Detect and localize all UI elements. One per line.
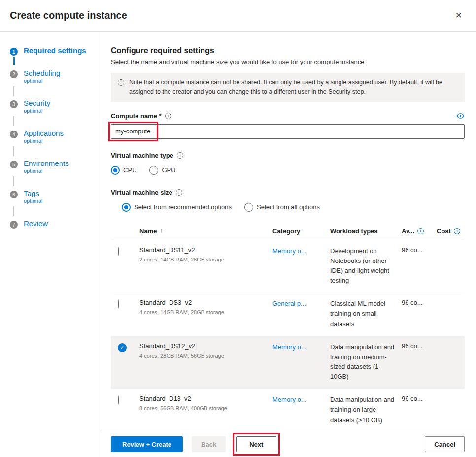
category-link[interactable]: General p... bbox=[272, 300, 306, 307]
vm-specs: 2 cores, 14GB RAM, 28GB storage bbox=[139, 257, 272, 262]
vm-type-radio-group: CPU GPU bbox=[111, 166, 465, 175]
sort-ascending-icon: ↑ bbox=[160, 228, 163, 234]
table-row-standard-d13-v2[interactable]: Standard_D13_v2 8 cores, 56GB RAM, 400GB… bbox=[111, 389, 465, 431]
radio-button-checked[interactable] bbox=[111, 166, 120, 175]
vm-name: Standard_DS3_v2 bbox=[139, 299, 272, 306]
sidebar-item-applications[interactable]: 4 Applications optional bbox=[10, 129, 99, 144]
table-row-standard-ds12-v2-selected[interactable]: ✓ Standard_DS12_v2 4 cores, 28GB RAM, 56… bbox=[111, 336, 465, 390]
available-quota: 96 co... bbox=[402, 299, 437, 306]
step-connector bbox=[13, 116, 14, 126]
sidebar-item-security[interactable]: 3 Security optional bbox=[10, 99, 99, 114]
vm-specs: 4 cores, 14GB RAM, 28GB storage bbox=[139, 309, 272, 315]
vm-name: Standard_D13_v2 bbox=[139, 395, 272, 402]
info-note-text: Note that a compute instance can not be … bbox=[129, 78, 458, 97]
radio-label: CPU bbox=[123, 166, 136, 174]
info-note: i Note that a compute instance can not b… bbox=[111, 73, 465, 102]
workload-types: Classical ML model training on small dat… bbox=[330, 299, 402, 328]
table-header-row: Name ↑ Category Workload types Av... i C… bbox=[111, 223, 465, 240]
close-icon[interactable]: ✕ bbox=[451, 8, 466, 23]
step-number-badge: 3 bbox=[10, 100, 18, 108]
sidebar-item-required-settings[interactable]: 1 Required settings bbox=[10, 46, 99, 56]
step-connector bbox=[13, 146, 14, 156]
step-label: Scheduling bbox=[24, 69, 60, 77]
vm-name: Standard_DS12_v2 bbox=[139, 342, 272, 350]
info-icon[interactable]: i bbox=[417, 228, 424, 234]
compute-name-label: Compute name * bbox=[111, 112, 162, 120]
radio-button[interactable] bbox=[118, 247, 119, 256]
step-label: Applications bbox=[24, 129, 64, 137]
step-connector bbox=[13, 86, 14, 96]
table-row-standard-ds11-v2[interactable]: Standard_DS11_v2 2 cores, 14GB RAM, 28GB… bbox=[111, 240, 465, 294]
available-quota: 96 co... bbox=[402, 246, 437, 254]
radio-button[interactable] bbox=[118, 395, 119, 405]
dialog-header: Create compute instance ✕ bbox=[0, 0, 476, 32]
vm-size-table: Name ↑ Category Workload types Av... i C… bbox=[111, 223, 465, 431]
info-icon[interactable]: i bbox=[454, 228, 460, 234]
settings-panel: Configure required settings Select the n… bbox=[99, 32, 476, 431]
table-row-standard-ds3-v2[interactable]: Standard_DS3_v2 4 cores, 14GB RAM, 28GB … bbox=[111, 293, 465, 336]
vm-specs: 4 cores, 28GB RAM, 56GB storage bbox=[139, 353, 272, 359]
category-link[interactable]: Memory o... bbox=[272, 247, 306, 255]
step-label: Security bbox=[24, 99, 50, 107]
column-header-available[interactable]: Av... i bbox=[402, 227, 437, 235]
next-button[interactable]: Next bbox=[236, 436, 276, 452]
category-link[interactable]: Memory o... bbox=[272, 343, 306, 351]
sidebar-item-scheduling[interactable]: 2 Scheduling optional bbox=[10, 69, 99, 84]
sidebar-item-environments[interactable]: 5 Environments optional bbox=[10, 159, 99, 174]
radio-recommended-options[interactable]: Select from recommended options bbox=[122, 203, 232, 212]
sidebar-item-tags[interactable]: 6 Tags optional bbox=[10, 189, 99, 204]
step-optional-label: optional bbox=[24, 168, 69, 174]
step-number-badge: 5 bbox=[10, 161, 18, 168]
vm-size-radio-group: Select from recommended options Select f… bbox=[122, 203, 465, 212]
column-header-category[interactable]: Category bbox=[272, 227, 330, 235]
radio-button[interactable] bbox=[244, 203, 253, 212]
radio-all-options[interactable]: Select from all options bbox=[244, 203, 320, 212]
check-icon[interactable]: ✓ bbox=[118, 343, 127, 352]
back-button[interactable]: Back bbox=[192, 436, 226, 452]
step-number-badge: 6 bbox=[10, 191, 18, 198]
dialog-title: Create compute instance bbox=[10, 10, 127, 21]
cancel-button[interactable]: Cancel bbox=[425, 436, 465, 452]
compute-name-input[interactable] bbox=[111, 124, 465, 139]
workload-types: Data manipulation and training on medium… bbox=[330, 342, 402, 382]
column-header-workload[interactable]: Workload types bbox=[330, 227, 402, 235]
vm-size-label: Virtual machine size bbox=[111, 189, 172, 196]
workload-types: Data manipulation and training on large … bbox=[330, 395, 402, 424]
vm-name: Standard_DS11_v2 bbox=[139, 246, 272, 254]
step-optional-label: optional bbox=[24, 108, 50, 114]
step-label: Tags bbox=[24, 189, 43, 197]
step-optional-label: optional bbox=[24, 198, 43, 204]
step-number-badge: 7 bbox=[10, 221, 18, 228]
info-icon[interactable]: i bbox=[165, 113, 171, 119]
vm-type-label: Virtual machine type bbox=[111, 152, 173, 159]
radio-button[interactable] bbox=[118, 299, 119, 309]
step-label: Environments bbox=[24, 159, 69, 167]
step-connector-active bbox=[13, 57, 15, 65]
review-create-button[interactable]: Review + Create bbox=[111, 436, 183, 452]
step-number-badge: 4 bbox=[10, 131, 18, 138]
sidebar-item-review[interactable]: 7 Review bbox=[10, 219, 99, 228]
workload-types: Development on Notebooks (or other IDE) … bbox=[330, 246, 402, 286]
radio-gpu[interactable]: GPU bbox=[149, 166, 175, 175]
step-optional-label: optional bbox=[24, 78, 60, 84]
available-quota: 96 co... bbox=[402, 395, 437, 402]
column-header-name[interactable]: Name ↑ bbox=[139, 227, 272, 235]
step-connector bbox=[13, 176, 14, 186]
info-icon[interactable]: i bbox=[177, 152, 183, 159]
category-link[interactable]: Memory o... bbox=[272, 396, 306, 403]
step-number-badge: 2 bbox=[10, 70, 18, 78]
eye-icon[interactable] bbox=[456, 112, 465, 120]
wizard-sidebar: 1 Required settings 2 Scheduling optiona… bbox=[0, 32, 99, 457]
column-header-cost[interactable]: Cost i bbox=[437, 227, 465, 235]
radio-label: GPU bbox=[162, 166, 175, 174]
info-icon[interactable]: i bbox=[176, 189, 182, 196]
step-number-badge: 1 bbox=[10, 48, 18, 56]
vm-specs: 8 cores, 56GB RAM, 400GB storage bbox=[139, 405, 272, 411]
radio-cpu[interactable]: CPU bbox=[111, 166, 136, 175]
radio-label: Select from recommended options bbox=[134, 203, 232, 211]
info-icon: i bbox=[118, 79, 124, 86]
dialog-footer: Review + Create Back Next Cancel bbox=[99, 431, 476, 457]
radio-button-checked[interactable] bbox=[122, 203, 131, 212]
step-label: Review bbox=[24, 219, 48, 228]
radio-button[interactable] bbox=[149, 166, 158, 175]
